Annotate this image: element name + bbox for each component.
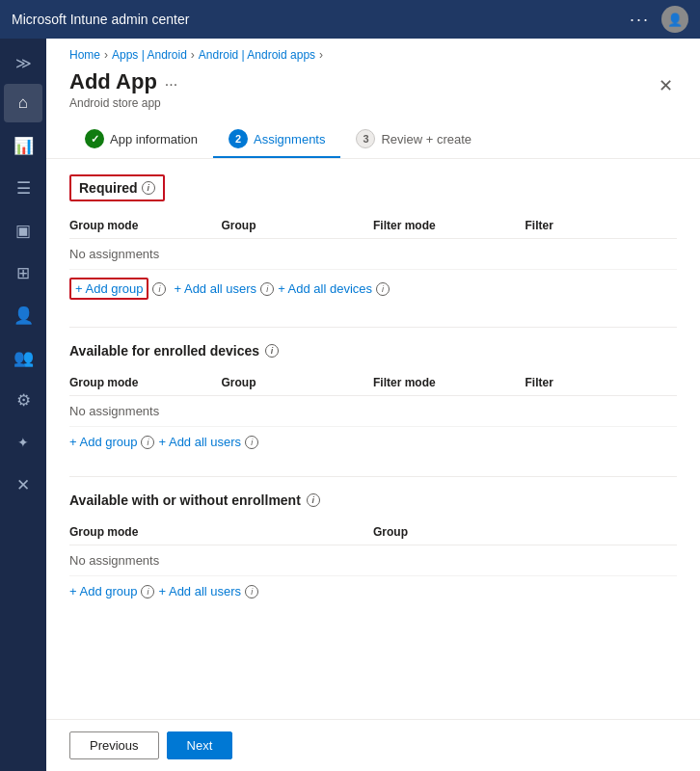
tab-label-assignments: Assignments xyxy=(254,132,325,146)
sidebar-item-chart[interactable]: 📊 xyxy=(4,126,42,165)
breadcrumb-apps-android[interactable]: Apps | Android xyxy=(112,48,187,62)
sidebar-item-tools[interactable]: ✦ xyxy=(4,423,42,462)
required-add-links: + Add group i + Add all users i + Add al… xyxy=(69,270,677,307)
page-header: Add App ··· Android store app ✕ xyxy=(46,66,700,110)
section-required-title: Required i xyxy=(69,174,677,201)
available-enrolled-no-assignments-text: No assignments xyxy=(69,404,677,418)
available-enrolled-add-group-button[interactable]: + Add group xyxy=(69,435,137,449)
breadcrumb-android-apps[interactable]: Android | Android apps xyxy=(199,48,315,62)
tab-badge-assignments: 2 xyxy=(229,129,248,148)
tab-badge-review-create: 3 xyxy=(356,129,375,148)
sidebar-item-list[interactable]: ☰ xyxy=(4,169,42,207)
main-panel: Home › Apps | Android › Android | Androi… xyxy=(46,39,700,771)
required-no-assignments-row: No assignments xyxy=(69,239,677,270)
sidebar-item-gear[interactable]: ⚙ xyxy=(4,381,42,419)
required-add-all-users-button[interactable]: + Add all users xyxy=(174,281,256,296)
tabs: ✓ App information 2 Assignments 3 Review… xyxy=(46,110,700,159)
required-table: Group mode Group Filter mode Filter No a… xyxy=(69,213,677,270)
available-enrolled-add-group-info-icon[interactable]: i xyxy=(141,436,154,449)
available-enrolled-table-header: Group mode Group Filter mode Filter xyxy=(69,370,677,396)
breadcrumb-sep3: › xyxy=(319,48,323,62)
available-without-enrollment-table-header: Group mode Group xyxy=(69,519,677,545)
tab-label-app-information: App information xyxy=(110,132,198,146)
col-filter-mode-2: Filter mode xyxy=(373,376,525,389)
section-available-without-enrollment: Available with or without enrollment i G… xyxy=(69,492,677,606)
required-add-all-devices-button[interactable]: + Add all devices xyxy=(278,281,372,296)
next-button[interactable]: Next xyxy=(167,731,233,759)
breadcrumb-sep2: › xyxy=(191,48,195,62)
add-all-users-info-icon[interactable]: i xyxy=(260,282,274,296)
topbar-actions: ··· 👤 xyxy=(630,6,688,33)
section-available-without-enrollment-title: Available with or without enrollment i xyxy=(69,492,677,508)
col-filter-1: Filter xyxy=(525,219,678,232)
page-more-button[interactable]: ··· xyxy=(165,76,177,93)
available-without-enrollment-add-all-users-button[interactable]: + Add all users xyxy=(158,584,241,598)
available-without-enrollment-table: Group mode Group No assignments xyxy=(69,519,677,576)
sidebar-item-user[interactable]: 👤 xyxy=(4,296,42,334)
tab-assignments[interactable]: 2 Assignments xyxy=(213,121,340,158)
sidebar-item-group[interactable]: 👥 xyxy=(4,338,42,377)
breadcrumb: Home › Apps | Android › Android | Androi… xyxy=(46,39,700,66)
section-available-enrolled: Available for enrolled devices i Group m… xyxy=(69,343,677,457)
available-enrolled-no-assignments-row: No assignments xyxy=(69,396,677,427)
topbar-more-icon[interactable]: ··· xyxy=(630,10,650,30)
page-title: Add App xyxy=(69,69,157,94)
section-required: Required i Group mode Group Filter mode … xyxy=(69,174,677,307)
col-group-3: Group xyxy=(373,525,677,539)
app-title: Microsoft Intune admin center xyxy=(12,12,189,27)
section-available-enrolled-title: Available for enrolled devices i xyxy=(69,343,677,359)
tab-review-create[interactable]: 3 Review + create xyxy=(340,121,487,158)
col-group-1: Group xyxy=(222,219,374,232)
previous-button[interactable]: Previous xyxy=(69,731,159,759)
sidebar-item-device[interactable]: ▣ xyxy=(4,211,42,250)
sidebar: ≫ ⌂ 📊 ☰ ▣ ⊞ 👤 👥 ⚙ ✦ ✕ xyxy=(0,39,46,771)
col-group-mode-2: Group mode xyxy=(69,376,222,389)
add-all-devices-info-icon[interactable]: i xyxy=(376,282,390,296)
available-enrolled-label: Available for enrolled devices xyxy=(69,343,259,359)
topbar: Microsoft Intune admin center ··· 👤 xyxy=(0,0,700,39)
col-filter-mode-1: Filter mode xyxy=(373,219,525,232)
add-group-highlight-box: + Add group xyxy=(69,278,148,300)
sidebar-item-x[interactable]: ✕ xyxy=(4,465,42,504)
available-enrolled-info-icon[interactable]: i xyxy=(265,344,279,358)
tab-badge-app-information: ✓ xyxy=(85,129,104,148)
required-add-group-button[interactable]: + Add group xyxy=(75,281,143,296)
required-info-icon[interactable]: i xyxy=(142,181,155,195)
available-enrolled-table: Group mode Group Filter mode Filter No a… xyxy=(69,370,677,427)
available-without-enrollment-add-group-info-icon[interactable]: i xyxy=(141,585,154,598)
breadcrumb-sep1: › xyxy=(104,48,108,62)
tab-app-information[interactable]: ✓ App information xyxy=(69,121,213,158)
col-filter-2: Filter xyxy=(525,376,678,389)
footer: Previous Next xyxy=(46,719,700,771)
page-subtitle: Android store app xyxy=(69,96,177,110)
available-without-enrollment-add-group-button[interactable]: + Add group xyxy=(69,584,137,598)
available-enrolled-add-links: + Add group i + Add all users i xyxy=(69,427,677,457)
sidebar-item-home[interactable]: ⌂ xyxy=(4,84,42,122)
required-table-header: Group mode Group Filter mode Filter xyxy=(69,213,677,239)
content-area: Required i Group mode Group Filter mode … xyxy=(46,159,700,719)
required-label: Required xyxy=(79,180,138,196)
divider-2 xyxy=(69,476,677,477)
required-highlight-box: Required i xyxy=(69,174,165,201)
col-group-mode-1: Group mode xyxy=(69,219,222,232)
avatar[interactable]: 👤 xyxy=(661,6,688,33)
available-without-enrollment-add-all-users-info-icon[interactable]: i xyxy=(245,585,258,598)
col-group-mode-3: Group mode xyxy=(69,525,373,539)
add-group-info-icon[interactable]: i xyxy=(152,282,166,296)
tab-label-review-create: Review + create xyxy=(381,132,471,146)
sidebar-item-grid[interactable]: ⊞ xyxy=(4,253,42,292)
available-enrolled-add-all-users-button[interactable]: + Add all users xyxy=(158,435,241,449)
available-enrolled-add-all-users-info-icon[interactable]: i xyxy=(245,436,258,449)
divider-1 xyxy=(69,327,677,328)
required-no-assignments-text: No assignments xyxy=(69,247,677,261)
available-without-enrollment-no-assignments-row: No assignments xyxy=(69,545,677,576)
available-without-enrollment-label: Available with or without enrollment xyxy=(69,492,301,508)
sidebar-collapse-button[interactable]: ≫ xyxy=(0,46,46,80)
available-without-enrollment-add-links: + Add group i + Add all users i xyxy=(69,576,677,606)
available-without-enrollment-no-assignments-text: No assignments xyxy=(69,553,677,568)
available-without-enrollment-info-icon[interactable]: i xyxy=(307,493,320,507)
breadcrumb-home[interactable]: Home xyxy=(69,48,100,62)
col-group-2: Group xyxy=(222,376,374,389)
close-button[interactable]: ✕ xyxy=(655,71,677,100)
